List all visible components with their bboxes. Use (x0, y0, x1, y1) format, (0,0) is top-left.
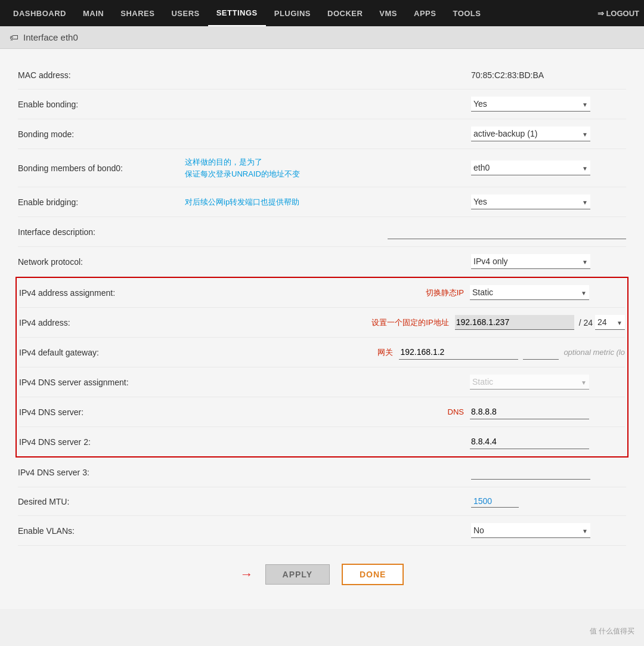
cidr-select[interactable]: 24 16 8 (595, 315, 625, 330)
ipv4-dns2-row: IPv4 DNS server 2: (19, 427, 625, 456)
enable-vlans-row: Enable VLANs: No Yes (18, 516, 626, 546)
nav-tools[interactable]: TOOLS (444, 0, 489, 26)
network-protocol-control: IPv4 only IPv6 only IPv4 and IPv6 (471, 254, 626, 269)
ipv4-dns3-control (471, 465, 626, 480)
network-protocol-row: Network protocol: IPv4 only IPv6 only IP… (18, 247, 626, 277)
enable-vlans-label: Enable VLANs: (18, 526, 185, 536)
nav-dashboard[interactable]: DASHBOARD (5, 0, 75, 26)
enable-bonding-select-wrapper[interactable]: Yes No (471, 97, 590, 112)
bonding-members-label: Bonding members of bond0: (18, 163, 185, 173)
ipv4-assignment-label: IPv4 address assignment: (19, 288, 186, 298)
interface-description-input[interactable] (388, 224, 626, 239)
bonding-mode-row: Bonding mode: active-backup (1) (18, 119, 626, 149)
enable-bridging-control: Yes No (471, 194, 626, 209)
logout-button[interactable]: ⇒ LOGOUT (597, 9, 639, 18)
ipv4-gateway-control: optional metric (lo (399, 345, 625, 360)
network-protocol-label: Network protocol: (18, 257, 185, 267)
enable-bridging-annotation: 对后续公网ip转发端口也提供帮助 (185, 196, 471, 208)
ipv4-dns-assignment-control: Static (470, 375, 625, 390)
interface-description-row: Interface description: (18, 217, 626, 247)
interface-description-control (388, 224, 626, 239)
ipv4-dns3-label: IPv4 DNS server 3: (18, 468, 185, 477)
cidr-slash: / 24 (579, 318, 593, 327)
desired-mtu-control: 1500 (471, 495, 626, 508)
nav-main[interactable]: MAIN (75, 0, 112, 26)
enable-bridging-select-wrapper[interactable]: Yes No (471, 194, 590, 209)
ipv4-assignment-row: IPv4 address assignment: 切换静态IP Static D… (19, 278, 625, 308)
ipv4-assignment-annotation: 切换静态IP (186, 287, 470, 299)
desired-mtu-row: Desired MTU: 1500 (18, 487, 626, 516)
network-protocol-select-wrapper[interactable]: IPv4 only IPv6 only IPv4 and IPv6 (471, 254, 590, 269)
cidr-wrapper: / 24 24 16 8 (579, 315, 625, 330)
mac-address-value: 70:85:C2:83:BD:BA (471, 70, 626, 80)
enable-vlans-select-wrapper[interactable]: No Yes (471, 523, 590, 538)
cidr-select-wrapper[interactable]: 24 16 8 (595, 315, 625, 330)
tag-icon: 🏷 (10, 32, 18, 42)
bonding-mode-select-wrapper[interactable]: active-backup (1) (471, 126, 590, 141)
ipv4-dns-server-annotation: DNS (186, 406, 470, 418)
ipv4-address-row: IPv4 address: 设置一个固定的IP地址 / 24 24 16 8 (19, 308, 625, 338)
ipv4-dns-server-label: IPv4 DNS server: (19, 407, 186, 417)
bonding-members-row: Bonding members of bond0: 这样做的目的，是为了 保证每… (18, 149, 626, 187)
ipv4-dns-server-control (470, 404, 625, 419)
interface-description-label: Interface description: (18, 227, 185, 237)
ipv4-gateway-annotation: 网关 (186, 347, 399, 358)
mac-address-label: MAC address: (18, 70, 185, 80)
ipv4-dns-assignment-label: IPv4 DNS server assignment: (19, 378, 186, 387)
nav-docker[interactable]: DOCKER (319, 0, 371, 26)
nav-shares[interactable]: SHARES (112, 0, 163, 26)
enable-bonding-control: Yes No (471, 97, 626, 112)
enable-bonding-row: Enable bonding: Yes No (18, 89, 626, 119)
ipv4-dns-server-input[interactable] (470, 404, 589, 419)
page-header: 🏷 Interface eth0 (0, 26, 644, 49)
apply-button[interactable]: APPLY (265, 564, 330, 585)
ipv4-address-input[interactable] (455, 315, 574, 330)
desired-mtu-value: 1500 (471, 495, 519, 508)
ipv4-dns2-input[interactable] (470, 434, 589, 449)
ipv4-assignment-select[interactable]: Static DHCP (470, 285, 589, 300)
nav-apps[interactable]: APPS (405, 0, 444, 26)
enable-vlans-select[interactable]: No Yes (471, 523, 590, 538)
main-content: MAC address: 70:85:C2:83:BD:BA Enable bo… (0, 49, 644, 609)
network-protocol-select[interactable]: IPv4 only IPv6 only IPv4 and IPv6 (471, 254, 590, 269)
ipv4-gateway-row: IPv4 default gateway: 网关 optional metric… (19, 338, 625, 367)
bonding-members-select[interactable]: eth0 (471, 160, 590, 175)
ipv4-dns2-control (470, 434, 625, 449)
enable-bridging-row: Enable bridging: 对后续公网ip转发端口也提供帮助 Yes No (18, 187, 626, 217)
bonding-mode-label: Bonding mode: (18, 129, 185, 139)
ipv4-metric-input[interactable] (523, 345, 559, 360)
nav-vms[interactable]: VMS (371, 0, 405, 26)
bonding-mode-select[interactable]: active-backup (1) (471, 126, 590, 141)
enable-bonding-select[interactable]: Yes No (471, 97, 590, 112)
arrow-icon: → (240, 567, 253, 582)
desired-mtu-label: Desired MTU: (18, 497, 185, 506)
enable-bridging-label: Enable bridging: (18, 197, 185, 207)
ipv4-dns2-label: IPv4 DNS server 2: (19, 437, 186, 447)
static-ip-section: IPv4 address assignment: 切换静态IP Static D… (16, 277, 628, 458)
ipv4-dns-assignment-select[interactable]: Static (470, 375, 589, 390)
bonding-mode-control: active-backup (1) (471, 126, 626, 141)
ipv4-dns-assignment-select-wrapper[interactable]: Static (470, 375, 589, 390)
ipv4-dns3-row: IPv4 DNS server 3: (18, 458, 626, 487)
navbar: DASHBOARD MAIN SHARES USERS SETTINGS PLU… (0, 0, 644, 26)
nav-plugins[interactable]: PLUGINS (266, 0, 319, 26)
bonding-members-annotation: 这样做的目的，是为了 保证每次登录UNRAID的地址不变 (185, 156, 471, 180)
bonding-members-control: eth0 (471, 160, 626, 175)
bonding-members-select-wrapper[interactable]: eth0 (471, 160, 590, 175)
ipv4-dns-server-row: IPv4 DNS server: DNS (19, 397, 625, 427)
ipv4-gateway-input[interactable] (399, 345, 518, 360)
ipv4-address-annotation: 设置一个固定的IP地址 (186, 317, 455, 329)
ipv4-dns3-input[interactable] (471, 465, 590, 480)
mac-address-row: MAC address: 70:85:C2:83:BD:BA (18, 61, 626, 89)
nav-users[interactable]: USERS (163, 0, 208, 26)
ipv4-assignment-control: Static DHCP (470, 285, 625, 300)
enable-bridging-select[interactable]: Yes No (471, 194, 590, 209)
ipv4-gateway-label: IPv4 default gateway: (19, 348, 186, 357)
nav-settings[interactable]: SETTINGS (208, 0, 266, 26)
ipv4-address-label: IPv4 address: (19, 318, 186, 327)
button-row: → APPLY DONE (18, 546, 626, 597)
enable-vlans-control: No Yes (471, 523, 626, 538)
done-button[interactable]: DONE (342, 564, 404, 585)
enable-bonding-label: Enable bonding: (18, 100, 185, 109)
ipv4-assignment-select-wrapper[interactable]: Static DHCP (470, 285, 589, 300)
